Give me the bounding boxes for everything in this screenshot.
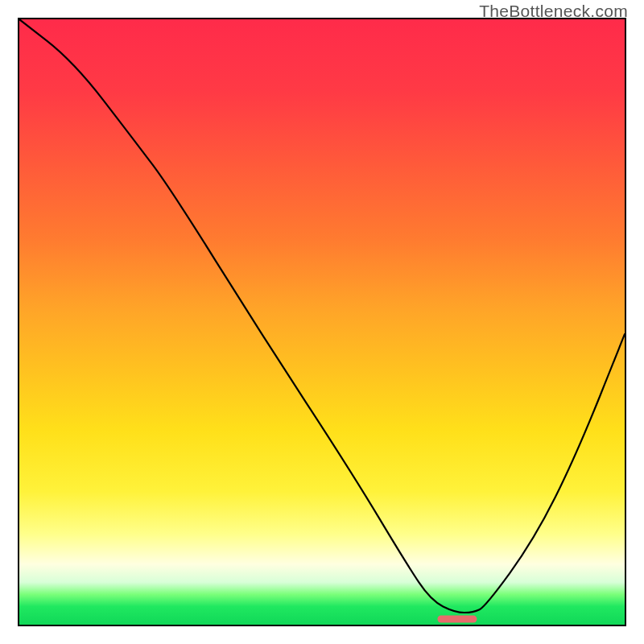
curve-svg <box>19 19 625 625</box>
watermark-text: TheBottleneck.com <box>479 2 628 21</box>
optimal-point-marker <box>438 615 477 622</box>
chart-container: TheBottleneck.com <box>0 0 644 644</box>
bottleneck-curve <box>19 19 625 613</box>
plot-area <box>18 18 626 626</box>
